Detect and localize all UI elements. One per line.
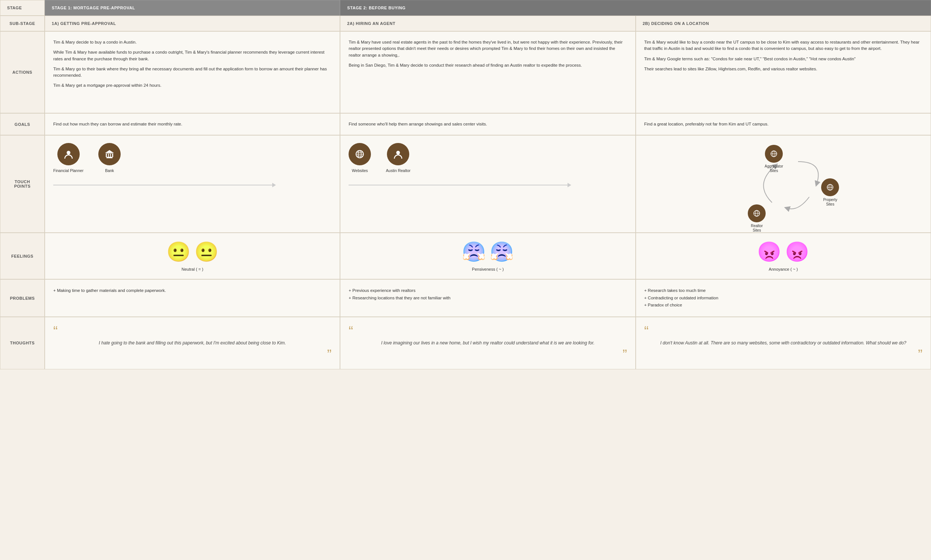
- tp-arrow-col1: [53, 183, 276, 187]
- touchpoints-col2: Websites Austin Realtor: [340, 135, 635, 233]
- quote-open-col2: “: [349, 325, 627, 338]
- tp-austin-realtor-label: Austin Realtor: [386, 168, 410, 174]
- goals-row-label: GOALS: [0, 113, 45, 135]
- face-pensive-1: 😤: [462, 240, 486, 263]
- aggregator-icon: [765, 145, 783, 163]
- thoughts-col1: “ I hate going to the bank and filling o…: [45, 317, 340, 369]
- websites-icon: [349, 143, 371, 165]
- quote-close-col1: ”: [53, 348, 331, 362]
- substage-col1: 1A) GETTING PRE-APPROVAL: [45, 15, 340, 31]
- aggregator-label: AggregatorSites: [765, 164, 783, 173]
- svg-point-0: [67, 151, 71, 154]
- nd-aggregator: AggregatorSites: [765, 145, 783, 173]
- feelings-col1: 😐 😐 Neutral ( = ): [45, 233, 340, 279]
- financial-planner-icon: [57, 143, 80, 165]
- substage-row-label: SUB-STAGE: [0, 15, 45, 31]
- substage-col2: 2A) HIRING AN AGENT: [340, 15, 635, 31]
- face-annoyed-1: 😠: [757, 240, 781, 263]
- tp-financial-planner: Financial Planner: [53, 143, 83, 174]
- face-annoyed-2: 😠: [785, 240, 809, 263]
- face-pensive-2: 😤: [490, 240, 514, 263]
- quote-open-col3: “: [644, 325, 922, 338]
- feelings-col3: 😠 😠 Annoyance ( ~ ): [636, 233, 931, 279]
- face-neutral-1: 😐: [166, 240, 191, 263]
- actions-row-label: ACTIONS: [0, 31, 45, 113]
- feeling-neutral-label: Neutral ( = ): [182, 267, 203, 271]
- thoughts-col2: “ I love imagining our lives in a new ho…: [340, 317, 635, 369]
- tp-financial-planner-label: Financial Planner: [53, 168, 83, 174]
- svg-marker-2: [105, 150, 114, 153]
- tp-websites-label: Websites: [352, 168, 368, 174]
- problems-col1: + Making time to gather materials and co…: [45, 279, 340, 317]
- problems-col3: + Research takes too much time + Contrad…: [636, 279, 931, 317]
- grid-container: STAGE STAGE 1: MORTGAGE PRE-APPROVAL STA…: [0, 0, 931, 369]
- tp-icons-col1: Financial Planner: [53, 143, 121, 174]
- tp-icons-col2: Websites Austin Realtor: [349, 143, 410, 174]
- face-neutral-2: 😐: [194, 240, 219, 263]
- touchpoints-row-label: TOUCHPOINTS: [0, 135, 45, 233]
- touchpoints-col1: Financial Planner: [45, 135, 340, 233]
- stage-row-label: STAGE: [0, 0, 45, 15]
- feeling-faces-col3: 😠 😠: [757, 240, 809, 263]
- nd-property: PropertySites: [821, 178, 839, 207]
- svg-rect-6: [111, 154, 112, 157]
- austin-realtor-icon: [387, 143, 409, 165]
- actions-col3-p3: Their searches lead to sites like Zillow…: [644, 66, 922, 72]
- bank-icon: [98, 143, 121, 165]
- feeling-faces-col1: 😐 😐: [166, 240, 219, 263]
- property-label: PropertySites: [823, 198, 837, 207]
- actions-col3: Tim & Mary would like to buy a condo nea…: [636, 31, 931, 113]
- actions-col1-p3: Tim & Mary go to their bank where they b…: [53, 66, 331, 79]
- thoughts-text-col2: I love imagining our lives in a new home…: [349, 340, 627, 347]
- actions-col3-p1: Tim & Mary would like to buy a condo nea…: [644, 39, 922, 52]
- feelings-col2: 😤 😤 Pensiveness ( ~ ): [340, 233, 635, 279]
- problems-col2: + Previous experience with realtors + Re…: [340, 279, 635, 317]
- svg-point-12: [396, 151, 400, 154]
- goals-col2: Find someone who'll help them arrange sh…: [340, 113, 635, 135]
- feeling-faces-col2: 😤 😤: [462, 240, 514, 263]
- actions-col3-p2: Tim & Mary Google terms such as: "Condos…: [644, 56, 922, 62]
- stage1-header: STAGE 1: MORTGAGE PRE-APPROVAL: [45, 0, 340, 15]
- thoughts-row-label: THOUGHTS: [0, 317, 45, 369]
- actions-col2-p1: Tim & Mary have used real estate agents …: [349, 39, 627, 58]
- tp-bank: Bank: [98, 143, 121, 174]
- tp-websites: Websites: [349, 143, 371, 174]
- goals-col3: Find a great location, preferably not fa…: [636, 113, 931, 135]
- actions-col2: Tim & Mary have used real estate agents …: [340, 31, 635, 113]
- svg-rect-3: [106, 157, 112, 158]
- network-diagram: AggregatorSites PropertySites: [727, 143, 839, 225]
- substage-col3: 2B) DECIDING ON A LOCATION: [636, 15, 931, 31]
- feeling-pensive-label: Pensiveness ( ~ ): [472, 267, 503, 271]
- feelings-row-label: FEELINGS: [0, 233, 45, 279]
- feeling-annoyance-label: Annoyance ( ~ ): [769, 267, 798, 271]
- tp-austin-realtor: Austin Realtor: [386, 143, 410, 174]
- actions-col1-p1: Tim & Mary decide to buy a condo in Aust…: [53, 39, 331, 45]
- actions-col1-p2: While Tim & Mary have available funds to…: [53, 49, 331, 62]
- journey-map: STAGE STAGE 1: MORTGAGE PRE-APPROVAL STA…: [0, 0, 931, 560]
- thoughts-text-col1: I hate going to the bank and filling out…: [53, 340, 331, 347]
- thoughts-text-col3: I don't know Austin at all. There are so…: [644, 340, 922, 347]
- thoughts-col3: “ I don't know Austin at all. There are …: [636, 317, 931, 369]
- actions-col2-p2: Being in San Diego, Tim & Mary decide to…: [349, 62, 627, 69]
- tp-bank-label: Bank: [105, 168, 114, 174]
- actions-col1: Tim & Mary decide to buy a condo in Aust…: [45, 31, 340, 113]
- actions-col1-p4: Tim & Mary get a mortgage pre-approval w…: [53, 82, 331, 89]
- quote-open-col1: “: [53, 325, 331, 338]
- nd-realtor: RealtorSites: [748, 205, 766, 233]
- property-icon: [821, 178, 839, 196]
- goals-col1: Find out how much they can borrow and es…: [45, 113, 340, 135]
- svg-rect-4: [107, 154, 108, 157]
- quote-close-col3: ”: [644, 348, 922, 362]
- stage2-header: STAGE 2: BEFORE BUYING: [340, 0, 931, 15]
- svg-rect-5: [109, 154, 110, 157]
- realtor-label: RealtorSites: [751, 224, 763, 233]
- problems-row-label: PROBLEMS: [0, 279, 45, 317]
- quote-close-col2: ”: [349, 348, 627, 362]
- realtor-icon: [748, 205, 766, 222]
- tp-arrow-col2: [349, 183, 571, 187]
- touchpoints-col3: AggregatorSites PropertySites: [636, 135, 931, 233]
